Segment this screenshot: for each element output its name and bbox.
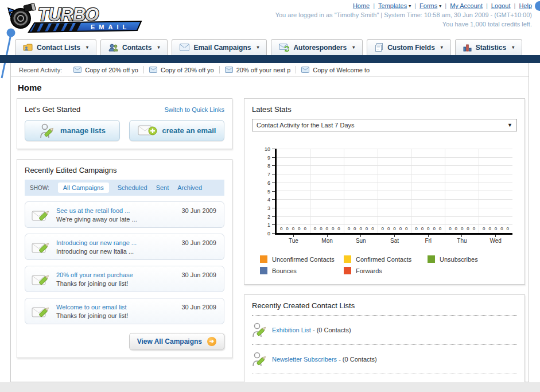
page-title: Home [18, 83, 529, 92]
contact-list-item[interactable]: Newsletter Subscribers - (0 Contacts) [252, 350, 517, 368]
legend-swatch [344, 255, 351, 263]
campaign-text: See us at the retail food ...We're givin… [56, 207, 137, 223]
x-tick-thu: Thu [445, 235, 479, 244]
campaign-title-link[interactable]: 20% off your next purchase [56, 271, 133, 278]
chart-value-labels: 00000 [378, 226, 411, 231]
manage-lists-button[interactable]: manage lists [25, 120, 120, 141]
filter-tab-scheduled[interactable]: Scheduled [118, 184, 147, 191]
recent-activity-item[interactable]: Copy of 20% off yo [73, 67, 138, 73]
tab-label: Autoresponders [293, 44, 347, 52]
tab-contact-lists[interactable]: Contact Lists▾ [15, 39, 96, 55]
data-value-label: 0 [298, 226, 300, 231]
campaign-icon [32, 239, 50, 255]
header-link-help[interactable]: Help [519, 2, 532, 9]
filter-tab-sent[interactable]: Sent [156, 184, 169, 191]
view-all-campaigns-button[interactable]: View All Campaigns ➔ [129, 333, 224, 350]
chart-group-sun: 00000 [344, 149, 378, 233]
campaign-card[interactable]: Introducing our new range ...Introducing… [25, 234, 224, 260]
data-value-label: 0 [314, 226, 316, 231]
legend-swatch [428, 255, 435, 263]
x-tick-tue: Tue [277, 235, 310, 244]
campaign-title-link[interactable]: Welcome to our email list [56, 304, 128, 311]
chart-group-tue: 00000 [277, 149, 310, 233]
y-tick-label: 1 [267, 223, 270, 228]
create-an-email-button[interactable]: create an email [129, 120, 224, 141]
contact-activity-chart: 109876543210 000000000000000000000000000… [260, 149, 512, 274]
contact-list-link-newsletter-subscribers[interactable]: Newsletter Subscribers [272, 356, 337, 363]
data-value-label: 0 [467, 226, 469, 231]
button-label: create an email [162, 126, 216, 135]
tab-contacts[interactable]: Contacts▾ [100, 39, 168, 55]
campaign-title-link[interactable]: Introducing our new range ... [56, 239, 137, 246]
switch-quick-links-link[interactable]: Switch to Quick Links [164, 106, 224, 113]
data-value-label: 0 [286, 226, 288, 231]
decorative-ball [535, 1, 540, 11]
x-tick-mark [428, 235, 429, 237]
arrow-circle-icon: ➔ [207, 337, 216, 346]
dropdown-caret-icon: ▾ [157, 45, 160, 50]
data-value-label: 0 [326, 226, 328, 231]
filter-tab-all-campaigns[interactable]: All Campaigns [58, 183, 109, 193]
data-value-label: 0 [292, 226, 294, 231]
legend-item-unsubscribes: Unsubscribes [428, 255, 511, 263]
data-value-label: 0 [405, 226, 407, 231]
chart-value-labels: 00000 [277, 226, 310, 231]
contact-list-link-exhibition-list[interactable]: Exhibition List [272, 327, 311, 333]
recent-activity-text: Copy of Welcome to [313, 67, 370, 73]
chart-group-thu: 00000 [445, 149, 479, 233]
button-label: manage lists [60, 126, 106, 135]
chart-value-labels: 00000 [445, 226, 479, 231]
header-link-forms[interactable]: Forms [419, 2, 437, 9]
dotted-divider [252, 315, 517, 316]
x-tick-sat: Sat [378, 235, 411, 244]
legend-label: Forwards [356, 267, 382, 274]
y-tick-label: 10 [265, 147, 270, 152]
data-value-label: 0 [371, 226, 374, 231]
envelope-icon [73, 67, 81, 73]
turbo-email-logo: TURBO EMAIL [3, 1, 148, 33]
x-tick-label: Thu [445, 238, 479, 244]
separator [143, 66, 144, 73]
tab-autoresponders[interactable]: Autoresponders▾ [271, 39, 363, 55]
legend-label: Unconfirmed Contacts [272, 256, 335, 263]
campaign-text: 20% off your next purchaseThanks for joi… [56, 271, 133, 287]
filter-tab-archived[interactable]: Archived [177, 184, 202, 191]
campaign-title-link[interactable]: See us at the retail food ... [56, 207, 137, 214]
contact-list-item[interactable]: Exhibition List - (0 Contacts) [252, 321, 517, 339]
campaign-card[interactable]: 20% off your next purchaseThanks for joi… [25, 266, 224, 292]
chevron-down-icon: ▼ [507, 122, 512, 128]
separator: | [514, 2, 516, 9]
chart-value-labels: 00000 [344, 226, 378, 231]
data-value-label: 0 [507, 226, 509, 231]
custom-fields-icon [375, 43, 383, 52]
tab-statistics[interactable]: Statistics▾ [455, 39, 522, 55]
data-value-label: 0 [500, 226, 503, 231]
y-tick-label: 0 [267, 231, 270, 236]
recent-activity-item[interactable]: 20% off your next p [225, 67, 291, 73]
y-tick-label: 9 [267, 156, 270, 161]
svg-text:EMAIL: EMAIL [91, 24, 130, 30]
dotted-divider [252, 344, 517, 345]
data-value-label: 0 [393, 226, 395, 231]
chart-x-axis: TueMonSunSatFriThuWed [277, 235, 512, 244]
chart-legend: Unconfirmed ContactsConfirmed ContactsUn… [260, 255, 512, 274]
header-link-templates[interactable]: Templates [378, 2, 407, 9]
campaign-card[interactable]: Welcome to our email listThanks for join… [25, 298, 224, 324]
campaign-card[interactable]: See us at the retail food ...We're givin… [25, 201, 224, 228]
envelope-icon [149, 67, 157, 73]
tab-custom-fields[interactable]: Custom Fields▾ [367, 39, 451, 55]
recent-campaigns-panel: Recently Edited Campaigns SHOW: All Camp… [17, 159, 232, 358]
stats-period-select[interactable]: Contact Activity for the Last 7 Days ▼ [252, 119, 517, 131]
recent-activity-item[interactable]: Copy of Welcome to [301, 67, 370, 73]
manage-lists-icon [39, 123, 55, 139]
x-tick-mark [495, 235, 496, 237]
legend-label: Bounces [272, 267, 297, 274]
header-link-my-account[interactable]: My Account [450, 2, 483, 9]
x-tick-label: Sat [378, 238, 411, 244]
header-link-logout[interactable]: Logout [491, 2, 511, 9]
tab-email-campaigns[interactable]: Email Campaigns▾ [172, 39, 267, 55]
header-link-home[interactable]: Home [353, 2, 370, 9]
recent-activity-item[interactable]: Copy of 20% off yo [149, 67, 214, 73]
contact-list-items: Exhibition List - (0 Contacts)Newsletter… [252, 315, 517, 374]
legend-label: Unsubscribes [440, 256, 478, 263]
